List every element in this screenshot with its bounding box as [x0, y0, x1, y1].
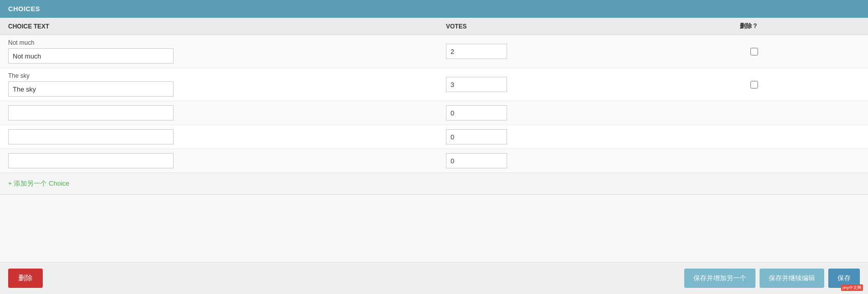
delete-button[interactable]: 删除 — [8, 269, 43, 288]
choice-rows-container: Not muchThe sky — [0, 35, 868, 173]
table-row — [0, 149, 868, 173]
save-button[interactable]: 保存 php中文网 — [828, 269, 860, 288]
delete-section-0 — [538, 48, 860, 55]
delete-section-1 — [538, 81, 860, 89]
column-headers: CHOICE TEXT VOTES 删除？ — [0, 18, 868, 35]
add-choice-link[interactable]: + 添加另一个 Choice — [8, 180, 69, 187]
votes-section-2 — [446, 105, 538, 121]
choice-inner-2 — [8, 105, 365, 121]
spacer — [0, 195, 868, 262]
votes-section-4 — [446, 153, 538, 168]
choice-text-input-1[interactable] — [8, 81, 174, 97]
choice-text-input-3[interactable] — [8, 129, 174, 144]
col-header-delete: 删除？ — [538, 22, 860, 31]
delete-checkbox-0[interactable] — [750, 48, 758, 55]
votes-input-2[interactable] — [446, 105, 507, 121]
choices-title: CHOICES — [8, 5, 40, 13]
choice-text-input-4[interactable] — [8, 153, 174, 168]
choice-inner-0: Not much — [8, 39, 365, 64]
table-row: The sky — [0, 68, 868, 101]
delete-checkbox-1[interactable] — [750, 81, 758, 89]
table-row: Not much — [0, 35, 868, 68]
votes-input-4[interactable] — [446, 153, 507, 168]
save-add-button[interactable]: 保存并增加另一个 — [684, 269, 755, 288]
choice-text-input-2[interactable] — [8, 105, 174, 121]
save-continue-button[interactable]: 保存并继续编辑 — [760, 269, 824, 288]
choices-header: CHOICES — [0, 0, 868, 18]
choice-label-1: The sky — [8, 72, 365, 79]
votes-section-1 — [446, 77, 538, 92]
table-row — [0, 125, 868, 149]
choice-inner-1: The sky — [8, 72, 365, 97]
page-wrapper: CHOICES CHOICE TEXT VOTES 删除？ Not muchTh… — [0, 0, 868, 294]
add-choice-row: + 添加另一个 Choice — [0, 173, 868, 195]
footer-right: 保存并增加另一个 保存并继续编辑 保存 php中文网 — [684, 269, 860, 288]
choice-text-input-0[interactable] — [8, 48, 174, 64]
votes-input-3[interactable] — [446, 129, 507, 144]
col-header-votes: VOTES — [446, 23, 538, 30]
votes-input-0[interactable] — [446, 44, 507, 59]
choice-label-0: Not much — [8, 39, 365, 46]
footer: 删除 保存并增加另一个 保存并继续编辑 保存 php中文网 — [0, 262, 868, 294]
choice-inner-3 — [8, 129, 365, 144]
php-badge: php中文网 — [841, 284, 863, 291]
footer-left: 删除 — [8, 269, 43, 288]
votes-input-1[interactable] — [446, 77, 507, 92]
col-header-choice-text: CHOICE TEXT — [8, 23, 365, 30]
votes-section-0 — [446, 44, 538, 59]
votes-section-3 — [446, 129, 538, 144]
table-row — [0, 101, 868, 125]
choice-inner-4 — [8, 153, 365, 168]
